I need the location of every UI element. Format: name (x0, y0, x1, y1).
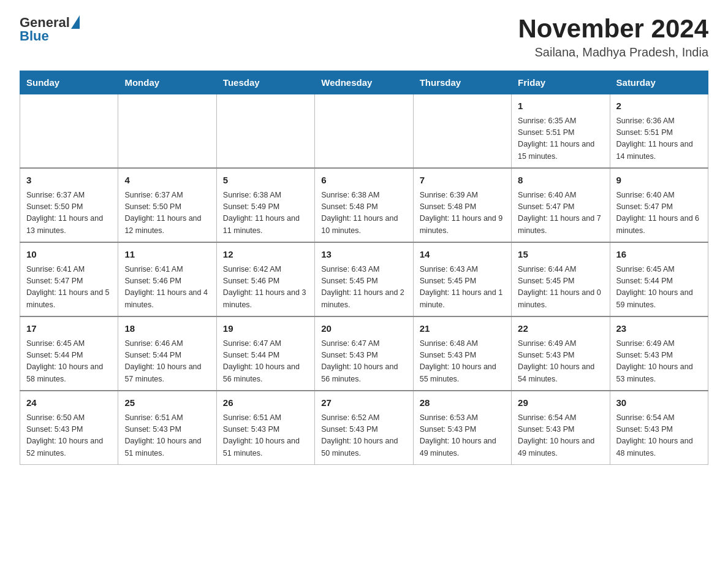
day-number: 9 (616, 174, 702, 188)
calendar-cell: 18Sunrise: 6:46 AMSunset: 5:44 PMDayligh… (118, 316, 216, 391)
day-number: 25 (124, 396, 210, 410)
day-info: Sunrise: 6:40 AMSunset: 5:47 PMDaylight:… (616, 190, 702, 237)
day-number: 3 (26, 174, 112, 188)
calendar-cell: 3Sunrise: 6:37 AMSunset: 5:50 PMDaylight… (20, 168, 118, 242)
calendar-cell: 2Sunrise: 6:36 AMSunset: 5:51 PMDaylight… (610, 94, 708, 169)
day-info: Sunrise: 6:51 AMSunset: 5:43 PMDaylight:… (124, 412, 210, 460)
weekday-header-monday: Monday (118, 71, 216, 94)
calendar-cell: 12Sunrise: 6:42 AMSunset: 5:46 PMDayligh… (216, 242, 314, 316)
weekday-header-saturday: Saturday (610, 71, 708, 94)
logo-blue-text: Blue (20, 28, 49, 44)
day-number: 4 (124, 174, 210, 188)
week-row-3: 10Sunrise: 6:41 AMSunset: 5:47 PMDayligh… (20, 242, 708, 316)
weekday-header-friday: Friday (512, 71, 610, 94)
month-title: November 2024 (518, 15, 708, 43)
day-number: 30 (616, 396, 702, 410)
day-info: Sunrise: 6:43 AMSunset: 5:45 PMDaylight:… (321, 264, 406, 312)
day-number: 11 (124, 248, 210, 262)
day-number: 18 (124, 322, 210, 336)
calendar-cell: 8Sunrise: 6:40 AMSunset: 5:47 PMDaylight… (512, 168, 610, 242)
day-number: 5 (223, 174, 308, 188)
calendar-cell (118, 94, 216, 169)
day-number: 7 (420, 174, 505, 188)
day-number: 16 (616, 248, 702, 262)
day-info: Sunrise: 6:49 AMSunset: 5:43 PMDaylight:… (518, 338, 603, 386)
day-number: 13 (321, 248, 406, 262)
title-block: November 2024 Sailana, Madhya Pradesh, I… (518, 15, 708, 59)
day-info: Sunrise: 6:47 AMSunset: 5:43 PMDaylight:… (321, 338, 406, 386)
week-row-1: 1Sunrise: 6:35 AMSunset: 5:51 PMDaylight… (20, 94, 708, 169)
day-info: Sunrise: 6:40 AMSunset: 5:47 PMDaylight:… (518, 190, 603, 237)
day-number: 1 (518, 99, 603, 113)
calendar-cell: 25Sunrise: 6:51 AMSunset: 5:43 PMDayligh… (118, 391, 216, 465)
week-row-5: 24Sunrise: 6:50 AMSunset: 5:43 PMDayligh… (20, 391, 708, 465)
logo: General Blue (20, 15, 80, 44)
day-info: Sunrise: 6:51 AMSunset: 5:43 PMDaylight:… (223, 412, 308, 460)
page-header: General Blue November 2024 Sailana, Madh… (20, 15, 708, 59)
day-info: Sunrise: 6:45 AMSunset: 5:44 PMDaylight:… (26, 338, 112, 386)
day-info: Sunrise: 6:38 AMSunset: 5:49 PMDaylight:… (223, 190, 308, 237)
calendar-cell (20, 94, 118, 169)
calendar-cell (216, 94, 314, 169)
calendar-cell: 13Sunrise: 6:43 AMSunset: 5:45 PMDayligh… (315, 242, 413, 316)
day-info: Sunrise: 6:41 AMSunset: 5:46 PMDaylight:… (124, 264, 210, 312)
calendar-cell: 5Sunrise: 6:38 AMSunset: 5:49 PMDaylight… (216, 168, 314, 242)
calendar-cell: 1Sunrise: 6:35 AMSunset: 5:51 PMDaylight… (512, 94, 610, 169)
day-info: Sunrise: 6:45 AMSunset: 5:44 PMDaylight:… (616, 264, 702, 312)
calendar-cell: 4Sunrise: 6:37 AMSunset: 5:50 PMDaylight… (118, 168, 216, 242)
week-row-4: 17Sunrise: 6:45 AMSunset: 5:44 PMDayligh… (20, 316, 708, 391)
day-info: Sunrise: 6:36 AMSunset: 5:51 PMDaylight:… (616, 115, 702, 163)
day-info: Sunrise: 6:52 AMSunset: 5:43 PMDaylight:… (321, 412, 406, 460)
day-info: Sunrise: 6:46 AMSunset: 5:44 PMDaylight:… (124, 338, 210, 386)
day-info: Sunrise: 6:54 AMSunset: 5:43 PMDaylight:… (616, 412, 702, 460)
calendar-cell (413, 94, 511, 169)
day-info: Sunrise: 6:53 AMSunset: 5:43 PMDaylight:… (420, 412, 505, 460)
calendar-cell: 26Sunrise: 6:51 AMSunset: 5:43 PMDayligh… (216, 391, 314, 465)
location-subtitle: Sailana, Madhya Pradesh, India (518, 45, 708, 59)
day-info: Sunrise: 6:35 AMSunset: 5:51 PMDaylight:… (518, 115, 603, 163)
day-number: 19 (223, 322, 308, 336)
day-info: Sunrise: 6:41 AMSunset: 5:47 PMDaylight:… (26, 264, 112, 312)
day-number: 8 (518, 174, 603, 188)
day-number: 10 (26, 248, 112, 262)
day-info: Sunrise: 6:50 AMSunset: 5:43 PMDaylight:… (26, 412, 112, 460)
day-number: 28 (420, 396, 505, 410)
calendar-cell: 27Sunrise: 6:52 AMSunset: 5:43 PMDayligh… (315, 391, 413, 465)
day-number: 12 (223, 248, 308, 262)
weekday-header-thursday: Thursday (413, 71, 511, 94)
day-info: Sunrise: 6:37 AMSunset: 5:50 PMDaylight:… (26, 190, 112, 237)
calendar-cell: 21Sunrise: 6:48 AMSunset: 5:43 PMDayligh… (413, 316, 511, 391)
day-info: Sunrise: 6:49 AMSunset: 5:43 PMDaylight:… (616, 338, 702, 386)
day-number: 26 (223, 396, 308, 410)
day-number: 29 (518, 396, 603, 410)
calendar-cell: 10Sunrise: 6:41 AMSunset: 5:47 PMDayligh… (20, 242, 118, 316)
calendar-cell: 24Sunrise: 6:50 AMSunset: 5:43 PMDayligh… (20, 391, 118, 465)
logo-triangle-icon (71, 15, 80, 29)
day-number: 21 (420, 322, 505, 336)
calendar-cell: 14Sunrise: 6:43 AMSunset: 5:45 PMDayligh… (413, 242, 511, 316)
day-info: Sunrise: 6:39 AMSunset: 5:48 PMDaylight:… (420, 190, 505, 237)
day-number: 17 (26, 322, 112, 336)
calendar-cell (315, 94, 413, 169)
day-info: Sunrise: 6:42 AMSunset: 5:46 PMDaylight:… (223, 264, 308, 312)
calendar-cell: 19Sunrise: 6:47 AMSunset: 5:44 PMDayligh… (216, 316, 314, 391)
calendar-cell: 28Sunrise: 6:53 AMSunset: 5:43 PMDayligh… (413, 391, 511, 465)
calendar-cell: 11Sunrise: 6:41 AMSunset: 5:46 PMDayligh… (118, 242, 216, 316)
calendar-cell: 15Sunrise: 6:44 AMSunset: 5:45 PMDayligh… (512, 242, 610, 316)
calendar-cell: 16Sunrise: 6:45 AMSunset: 5:44 PMDayligh… (610, 242, 708, 316)
day-number: 27 (321, 396, 406, 410)
day-number: 22 (518, 322, 603, 336)
day-number: 24 (26, 396, 112, 410)
day-number: 14 (420, 248, 505, 262)
day-info: Sunrise: 6:37 AMSunset: 5:50 PMDaylight:… (124, 190, 210, 237)
day-number: 23 (616, 322, 702, 336)
calendar-cell: 7Sunrise: 6:39 AMSunset: 5:48 PMDaylight… (413, 168, 511, 242)
day-info: Sunrise: 6:54 AMSunset: 5:43 PMDaylight:… (518, 412, 603, 460)
calendar-cell: 29Sunrise: 6:54 AMSunset: 5:43 PMDayligh… (512, 391, 610, 465)
day-number: 6 (321, 174, 406, 188)
week-row-2: 3Sunrise: 6:37 AMSunset: 5:50 PMDaylight… (20, 168, 708, 242)
calendar-cell: 30Sunrise: 6:54 AMSunset: 5:43 PMDayligh… (610, 391, 708, 465)
weekday-header-sunday: Sunday (20, 71, 118, 94)
calendar-cell: 9Sunrise: 6:40 AMSunset: 5:47 PMDaylight… (610, 168, 708, 242)
calendar-cell: 23Sunrise: 6:49 AMSunset: 5:43 PMDayligh… (610, 316, 708, 391)
